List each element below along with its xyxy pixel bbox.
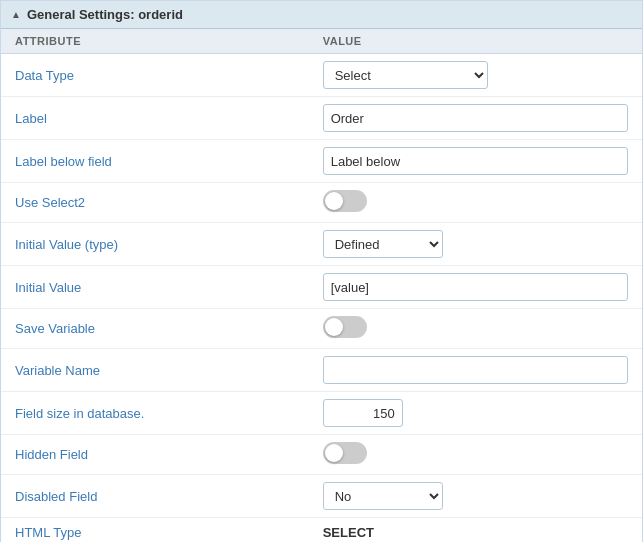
value-html-type: SELECT bbox=[309, 518, 642, 543]
table-row: HTML TypeSELECT bbox=[1, 518, 642, 543]
label-initial-value: Initial Value bbox=[1, 266, 309, 309]
value-data-type: SelectTextNumberDate bbox=[309, 54, 642, 97]
toggle-use-select2[interactable] bbox=[323, 190, 367, 212]
table-row: Field size in database. bbox=[1, 392, 642, 435]
toggle-save-variable[interactable] bbox=[323, 316, 367, 338]
label-data-type: Data Type bbox=[1, 54, 309, 97]
value-initial-value-type: DefinedEmptyCustom bbox=[309, 223, 642, 266]
toggle-hidden-field[interactable] bbox=[323, 442, 367, 464]
table-row: Initial Value (type)DefinedEmptyCustom bbox=[1, 223, 642, 266]
value-save-variable bbox=[309, 309, 642, 349]
value-label-below bbox=[309, 140, 642, 183]
settings-table: ATTRIBUTE VALUE Data TypeSelectTextNumbe… bbox=[1, 29, 642, 542]
label-variable-name: Variable Name bbox=[1, 349, 309, 392]
input-label-below[interactable] bbox=[323, 147, 628, 175]
label-hidden-field: Hidden Field bbox=[1, 435, 309, 475]
toggle-knob-hidden-field bbox=[325, 444, 343, 462]
table-row: Variable Name bbox=[1, 349, 642, 392]
label-save-variable: Save Variable bbox=[1, 309, 309, 349]
label-html-type: HTML Type bbox=[1, 518, 309, 543]
table-row: Data TypeSelectTextNumberDate bbox=[1, 54, 642, 97]
table-row: Save Variable bbox=[1, 309, 642, 349]
value-use-select2 bbox=[309, 183, 642, 223]
toggle-knob-use-select2 bbox=[325, 192, 343, 210]
select-disabled-field[interactable]: NoYes bbox=[323, 482, 443, 510]
input-initial-value[interactable] bbox=[323, 273, 628, 301]
table-row: Disabled FieldNoYes bbox=[1, 475, 642, 518]
value-initial-value bbox=[309, 266, 642, 309]
table-row: Label bbox=[1, 97, 642, 140]
panel-header: ▲ General Settings: orderid bbox=[1, 1, 642, 29]
settings-panel: ▲ General Settings: orderid ATTRIBUTE VA… bbox=[0, 0, 643, 542]
label-label: Label bbox=[1, 97, 309, 140]
select-data-type[interactable]: SelectTextNumberDate bbox=[323, 61, 488, 89]
value-variable-name bbox=[309, 349, 642, 392]
table-row: Label below field bbox=[1, 140, 642, 183]
number-input-field-size[interactable] bbox=[323, 399, 403, 427]
select-initial-value-type[interactable]: DefinedEmptyCustom bbox=[323, 230, 443, 258]
label-field-size: Field size in database. bbox=[1, 392, 309, 435]
collapse-icon[interactable]: ▲ bbox=[11, 9, 21, 20]
toggle-knob-save-variable bbox=[325, 318, 343, 336]
table-row: Use Select2 bbox=[1, 183, 642, 223]
label-use-select2: Use Select2 bbox=[1, 183, 309, 223]
table-row: Initial Value bbox=[1, 266, 642, 309]
label-label-below: Label below field bbox=[1, 140, 309, 183]
label-initial-value-type: Initial Value (type) bbox=[1, 223, 309, 266]
panel-title: General Settings: orderid bbox=[27, 7, 183, 22]
value-field-size bbox=[309, 392, 642, 435]
col-attribute: ATTRIBUTE bbox=[1, 29, 309, 54]
input-variable-name[interactable] bbox=[323, 356, 628, 384]
static-html-type: SELECT bbox=[323, 525, 374, 540]
value-hidden-field bbox=[309, 435, 642, 475]
value-disabled-field: NoYes bbox=[309, 475, 642, 518]
value-label bbox=[309, 97, 642, 140]
col-value: VALUE bbox=[309, 29, 642, 54]
input-label[interactable] bbox=[323, 104, 628, 132]
table-row: Hidden Field bbox=[1, 435, 642, 475]
label-disabled-field: Disabled Field bbox=[1, 475, 309, 518]
